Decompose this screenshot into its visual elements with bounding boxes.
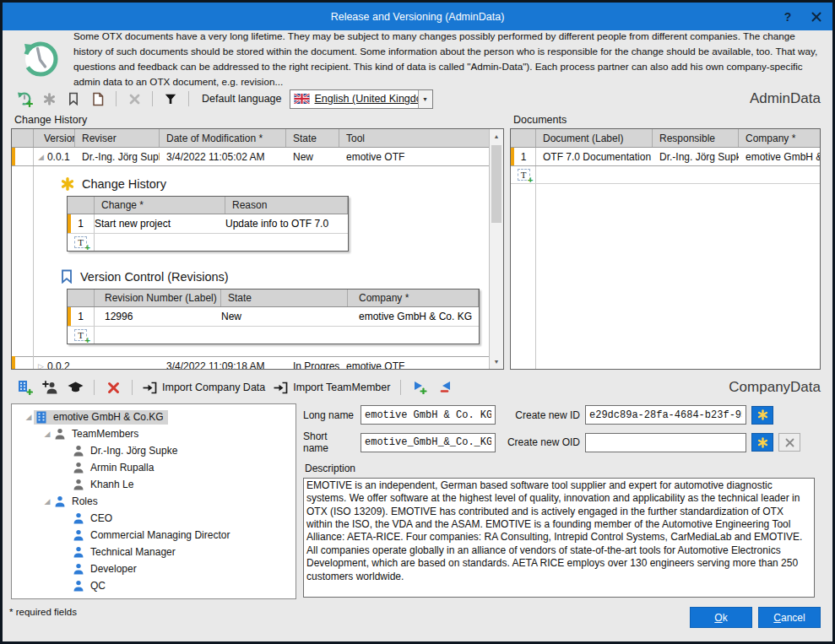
scroll-thumb[interactable] xyxy=(491,145,502,223)
table-row[interactable]: 1 OTF 7.0 Documentation Dr.-Ing. Jörg Su… xyxy=(511,148,820,166)
create-oid-button[interactable] xyxy=(751,433,773,452)
tree-item-member[interactable]: Dr.-Ing. Jörg Supke xyxy=(19,442,296,459)
long-name-field[interactable] xyxy=(361,405,496,425)
col-company[interactable]: Company * xyxy=(739,129,820,147)
ok-button[interactable]: Ok xyxy=(690,607,752,628)
toolbar-separator xyxy=(94,380,95,395)
add-row-icon[interactable]: T+ xyxy=(518,169,530,181)
default-language-label: Default language xyxy=(202,93,282,105)
tree-item-role[interactable]: Technical Manager xyxy=(19,544,296,560)
clear-oid-button[interactable] xyxy=(778,433,800,452)
change-history-header: Version Reviser Date of Modification * S… xyxy=(12,129,489,148)
col-tool[interactable]: Tool xyxy=(339,129,489,147)
company-form: Long name Create new ID Short name Creat… xyxy=(303,403,821,599)
revisions-subtable: Revision Number (Label) State Company * … xyxy=(67,289,480,344)
language-value: English (United Kingdor xyxy=(315,93,418,105)
col-responsible[interactable]: Responsible xyxy=(653,129,739,147)
description-field[interactable]: EMOTIVE is an independent, German based … xyxy=(303,478,815,598)
tree-item-member[interactable]: Khanh Le xyxy=(19,476,296,493)
delete-icon xyxy=(126,90,143,107)
table-row[interactable]: ▷0.0.2 3/4/2022 11:09:18 AM In Progress … xyxy=(12,356,489,369)
col-state[interactable]: State xyxy=(221,290,348,306)
col-date[interactable]: Date of Modification * xyxy=(160,129,286,147)
documents-grid: Document (Label) Responsible Company * 1… xyxy=(510,128,821,370)
long-name-label: Long name xyxy=(303,409,355,421)
tree-item-role[interactable]: Commercial Managing Director xyxy=(19,527,296,544)
delete-icon[interactable] xyxy=(105,379,122,396)
bookmark-blue-icon xyxy=(61,269,73,284)
history-clock-icon xyxy=(21,40,60,78)
row-header-column xyxy=(12,129,34,147)
create-id-label: Create new ID xyxy=(501,409,580,421)
person-gray-icon xyxy=(71,445,86,457)
expander-open-icon[interactable]: ◢ xyxy=(42,497,52,506)
toolbar-separator xyxy=(132,380,133,395)
create-oid-field[interactable] xyxy=(585,433,746,452)
import-teammember-button[interactable]: Import TeamMember xyxy=(274,382,390,394)
admin-toolbar: Default language English (United Kingdor… xyxy=(3,86,832,111)
col-reviser[interactable]: Reviser xyxy=(75,129,160,147)
tree-item-roles[interactable]: ◢ Roles xyxy=(19,493,296,510)
col-revision[interactable]: Revision Number (Label) xyxy=(95,290,221,306)
col-document[interactable]: Document (Label) xyxy=(536,129,653,147)
language-dropdown-arrow[interactable]: ▼ xyxy=(418,90,432,108)
toolbar-separator xyxy=(152,91,153,106)
cancel-button[interactable]: Cancel xyxy=(758,607,821,628)
expander-open-icon[interactable]: ◢ xyxy=(38,153,44,161)
documents-title: Documents xyxy=(510,111,821,128)
tree-item-role[interactable]: CEO xyxy=(19,510,296,527)
person-blue-icon xyxy=(71,512,86,524)
documents-panel: Documents Document (Label) Responsible C… xyxy=(510,111,821,370)
help-icon: ? xyxy=(784,10,792,24)
expander-open-icon[interactable]: ◢ xyxy=(42,430,52,438)
change-history-title: Change History xyxy=(11,111,504,128)
close-button[interactable] xyxy=(809,9,824,24)
changes-subtable: Change * Reason 1 Start new project Upda… xyxy=(67,196,349,252)
col-reason[interactable]: Reason xyxy=(225,197,348,214)
tree-item-role[interactable]: QC xyxy=(19,577,296,594)
col-change[interactable]: Change * xyxy=(95,197,225,214)
add-row-icon[interactable]: T+ xyxy=(74,236,87,248)
person-blue-icon xyxy=(71,580,86,592)
add-row[interactable]: T+ xyxy=(68,326,479,344)
uk-flag-icon xyxy=(294,94,310,104)
table-row[interactable]: 1 12996 New emotive GmbH & Co. KG xyxy=(68,307,479,326)
add-teammember-icon[interactable] xyxy=(41,379,58,396)
add-row-icon[interactable]: T+ xyxy=(74,329,87,341)
new-document-icon[interactable] xyxy=(89,90,106,107)
expander-open-icon[interactable]: ◢ xyxy=(24,413,34,421)
import-company-button[interactable]: Import Company Data xyxy=(143,382,265,394)
col-state[interactable]: State xyxy=(286,129,339,147)
language-select[interactable]: English (United Kingdor ▼ xyxy=(290,89,433,109)
refresh-history-icon[interactable] xyxy=(16,90,33,107)
tree-item-role[interactable]: Developer xyxy=(19,560,296,577)
import-icon xyxy=(274,382,288,394)
add-company-icon[interactable] xyxy=(16,379,33,396)
table-row[interactable]: 1 Start new project Update info to OTF 7… xyxy=(68,214,348,233)
add-item-icon[interactable] xyxy=(411,379,428,396)
col-version[interactable]: Version xyxy=(34,129,75,147)
help-button[interactable]: ? xyxy=(780,9,795,24)
table-row[interactable]: ◢0.0.1 Dr.-Ing. Jörg Supke 3/4/2022 11:0… xyxy=(12,148,489,166)
vertical-scrollbar[interactable]: ▲ ▼ xyxy=(489,129,503,369)
add-row[interactable]: T+ xyxy=(511,166,820,184)
filter-icon[interactable] xyxy=(162,90,179,107)
detail-changes-title: Change History xyxy=(61,177,489,191)
add-row[interactable]: T+ xyxy=(68,233,348,251)
toolbar-separator xyxy=(116,91,117,106)
short-name-field[interactable] xyxy=(361,433,496,452)
scroll-up-arrow[interactable]: ▲ xyxy=(490,129,503,143)
company-toolbar: Import Company Data Import TeamMember Co… xyxy=(3,375,832,400)
bookmark-icon[interactable] xyxy=(65,90,82,107)
create-id-field[interactable] xyxy=(585,405,746,425)
person-blue-icon xyxy=(71,529,86,541)
add-role-icon[interactable] xyxy=(67,379,84,396)
scroll-down-arrow[interactable]: ▼ xyxy=(490,354,503,369)
tree-item-teammembers[interactable]: ◢ TeamMembers xyxy=(19,425,296,442)
col-company[interactable]: Company * xyxy=(348,290,479,306)
tree-item-member[interactable]: Armin Rupalla xyxy=(19,459,296,476)
remove-item-icon[interactable] xyxy=(436,379,453,396)
create-id-button[interactable] xyxy=(751,406,773,425)
expander-closed-icon[interactable]: ▷ xyxy=(38,362,44,369)
tree-item-company-root[interactable]: ◢ emotive GmbH & Co.KG xyxy=(19,409,296,425)
